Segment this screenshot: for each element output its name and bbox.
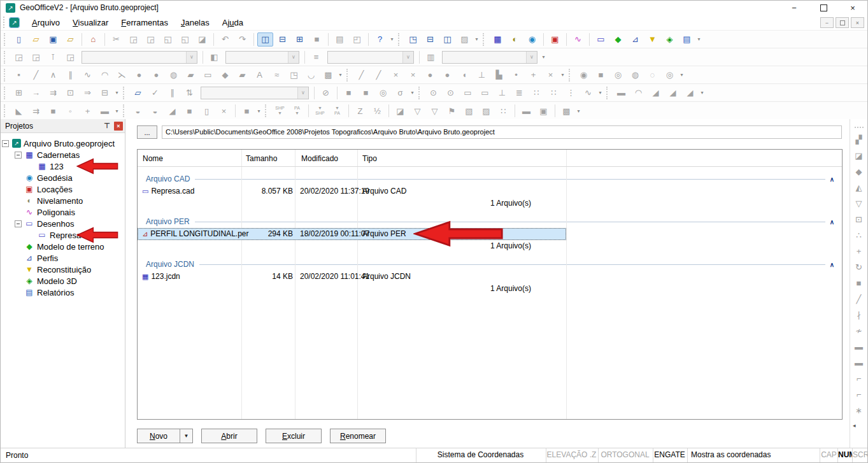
tree-item-geodesia[interactable]: ◉Geodésia bbox=[1, 172, 125, 183]
abrir-button[interactable]: Abrir bbox=[201, 429, 257, 443]
menu-janelas[interactable]: Janelas bbox=[174, 16, 216, 29]
mdi-close-button[interactable]: × bbox=[851, 17, 864, 28]
tree-item-123[interactable]: ▦123 bbox=[1, 160, 125, 172]
tree-item-modelo-3d[interactable]: ◈Modelo 3D bbox=[1, 275, 125, 287]
tree-item-poligonais[interactable]: ∿Poligonais bbox=[1, 206, 125, 218]
tree-item-reconstituicao[interactable]: ▼Reconstituição bbox=[1, 264, 125, 275]
toolbar-overflow-icon[interactable]: ▾ bbox=[597, 86, 604, 100]
tile-view-icon[interactable]: ⊟ bbox=[274, 32, 290, 46]
open-project-icon[interactable]: ▱ bbox=[62, 32, 78, 46]
toolbar-overflow-icon[interactable]: ▾ bbox=[695, 32, 702, 46]
menu-ferramentas[interactable]: Ferramentas bbox=[115, 16, 174, 29]
tree-item-represa[interactable]: ▭Represa bbox=[1, 229, 125, 241]
toolbar-grip[interactable] bbox=[418, 87, 422, 99]
tree-item-modelo-de-terreno[interactable]: ◆Modelo de terreno bbox=[1, 241, 125, 252]
locacoes-module-icon[interactable]: ▣ bbox=[547, 32, 563, 46]
file-row-perfil-longitudinal-per[interactable]: ⊿PERFIL LONGITUDINAL.per294 KB18/02/2019… bbox=[138, 228, 566, 240]
toolbar-grip[interactable] bbox=[4, 33, 7, 46]
process-notebook-icon[interactable]: ▱ bbox=[130, 86, 146, 100]
combo-arrow-icon[interactable]: ∨ bbox=[402, 52, 413, 63]
close-button[interactable]: × bbox=[838, 1, 867, 15]
globo-module-icon[interactable]: ◉ bbox=[524, 32, 540, 46]
toolbar-grip[interactable] bbox=[4, 69, 7, 82]
caderneta-select[interactable]: ∨ bbox=[82, 51, 197, 64]
restore-button[interactable] bbox=[809, 1, 838, 15]
toolbar-grip[interactable] bbox=[123, 87, 126, 99]
desenhos-module-icon[interactable]: ▭ bbox=[593, 32, 609, 46]
estacao-select[interactable]: ∨ bbox=[225, 51, 299, 64]
menubar-grip[interactable] bbox=[3, 17, 6, 28]
excluir-button[interactable]: Excluir bbox=[266, 429, 322, 443]
combo-arrow-icon[interactable]: ∨ bbox=[288, 52, 299, 63]
toolbar-grip[interactable] bbox=[4, 104, 7, 117]
collapse-expander-icon[interactable] bbox=[2, 140, 9, 147]
toolbar-overflow-icon[interactable]: ▾ bbox=[473, 32, 480, 46]
split-view-icon[interactable]: ◫ bbox=[257, 32, 273, 46]
collapse-expander-icon[interactable] bbox=[15, 152, 22, 159]
toolbar-overflow-icon[interactable]: ▾ bbox=[559, 68, 566, 82]
camada-select[interactable]: ∨ bbox=[442, 51, 537, 64]
collapse-expander-icon[interactable] bbox=[15, 220, 22, 227]
tree-item-cadernetas[interactable]: ▦Cadernetas bbox=[1, 149, 125, 160]
tile-horizontal-icon[interactable]: ⊟ bbox=[422, 32, 438, 46]
perfis-module-icon[interactable]: ⊿ bbox=[627, 32, 643, 46]
toolbar-grip[interactable] bbox=[346, 69, 350, 82]
toolbar-overflow-icon[interactable]: ▾ bbox=[699, 86, 706, 100]
combo-arrow-icon[interactable]: ∨ bbox=[186, 52, 197, 63]
column-header-nome[interactable]: Nome bbox=[143, 154, 163, 163]
reconstituicao-module-icon[interactable]: ▼ bbox=[644, 32, 660, 46]
relatorios-module-icon[interactable]: ▤ bbox=[679, 32, 695, 46]
combo-arrow-icon[interactable]: ∨ bbox=[526, 52, 537, 63]
pin-icon[interactable]: ⊤ bbox=[102, 121, 112, 131]
toolbar-overflow-icon[interactable]: ▾ bbox=[255, 104, 262, 118]
column-header-modificado[interactable]: Modificado bbox=[301, 154, 338, 163]
toolbar-overflow-icon[interactable]: ▾ bbox=[388, 32, 395, 46]
toolbar-grip[interactable] bbox=[265, 104, 268, 117]
cadernetas-module-icon[interactable]: ▦ bbox=[490, 32, 506, 46]
menu-visualizar[interactable]: Visualizar bbox=[66, 16, 115, 29]
tree-item-desenhos[interactable]: ▭Desenhos bbox=[1, 218, 125, 229]
modelo-terreno-module-icon[interactable]: ◆ bbox=[610, 32, 626, 46]
xy-view-icon[interactable]: ⊞ bbox=[292, 32, 308, 46]
tree-item-perfis[interactable]: ⊿Perfis bbox=[1, 252, 125, 264]
collapse-chevron-icon[interactable]: ∧ bbox=[830, 261, 834, 268]
tree-item-nivelamento[interactable]: ◐Nivelamento bbox=[1, 195, 125, 206]
toolbar-overflow-icon[interactable]: ▾ bbox=[113, 104, 120, 118]
toolbar-grip[interactable] bbox=[4, 87, 7, 99]
mdi-restore-button[interactable] bbox=[836, 17, 849, 28]
toolbar-overflow-icon[interactable]: ▾ bbox=[409, 86, 416, 100]
toolbar-overflow-icon[interactable]: ▾ bbox=[678, 68, 685, 82]
novo-button[interactable]: Novo▼ bbox=[137, 429, 193, 443]
file-row-represa-cad[interactable]: ▭Represa.cad8.057 KB20/02/2020 11:37:19A… bbox=[138, 185, 566, 197]
toolbar-grip[interactable] bbox=[483, 33, 486, 46]
collapse-chevron-icon[interactable]: ∧ bbox=[830, 218, 834, 225]
modelo-3d-module-icon[interactable]: ◈ bbox=[662, 32, 678, 46]
toolbar-overflow-icon[interactable]: ▾ bbox=[575, 104, 582, 118]
toolbar-grip[interactable] bbox=[4, 51, 7, 64]
toolbar-grip[interactable] bbox=[569, 69, 572, 82]
collapse-chevron-icon[interactable]: ∧ bbox=[830, 176, 834, 183]
tile-vertical-icon[interactable]: ◫ bbox=[439, 32, 455, 46]
toolbar-overflow-icon[interactable]: ▾ bbox=[540, 50, 547, 64]
toolbar-grip[interactable] bbox=[123, 104, 126, 117]
toolbar-grip[interactable] bbox=[398, 33, 401, 46]
tree-item-locacoes[interactable]: ▣Locações bbox=[1, 183, 125, 195]
browse-button[interactable]: ... bbox=[137, 125, 157, 139]
open-folder-icon[interactable]: ▱ bbox=[28, 32, 44, 46]
column-header-tipo[interactable]: Tipo bbox=[362, 154, 377, 163]
new-file-icon[interactable]: ▯ bbox=[11, 32, 27, 46]
geodesia-module-icon[interactable]: ◐ bbox=[507, 32, 523, 46]
poligonais-module-icon[interactable]: ∿ bbox=[570, 32, 586, 46]
codigo-select[interactable]: ∨ bbox=[327, 51, 414, 64]
menu-arquivo[interactable]: Arquivo bbox=[25, 16, 66, 29]
mdi-minimize-button[interactable]: − bbox=[820, 17, 834, 28]
save-icon[interactable]: ▣ bbox=[45, 32, 61, 46]
palette-grip[interactable] bbox=[855, 127, 864, 128]
close-panel-icon[interactable]: × bbox=[114, 122, 123, 131]
menu-ajuda[interactable]: Ajuda bbox=[216, 16, 250, 29]
cascade-windows-icon[interactable]: ◳ bbox=[405, 32, 421, 46]
help-icon[interactable]: ? bbox=[372, 32, 388, 46]
dropdown-arrow-icon[interactable]: ▼ bbox=[180, 433, 192, 439]
file-row-123-jcdn[interactable]: ▦123.jcdn14 KB20/02/2020 11:01:41Arquivo… bbox=[138, 271, 566, 283]
processo-select[interactable]: ∨ bbox=[201, 87, 309, 99]
